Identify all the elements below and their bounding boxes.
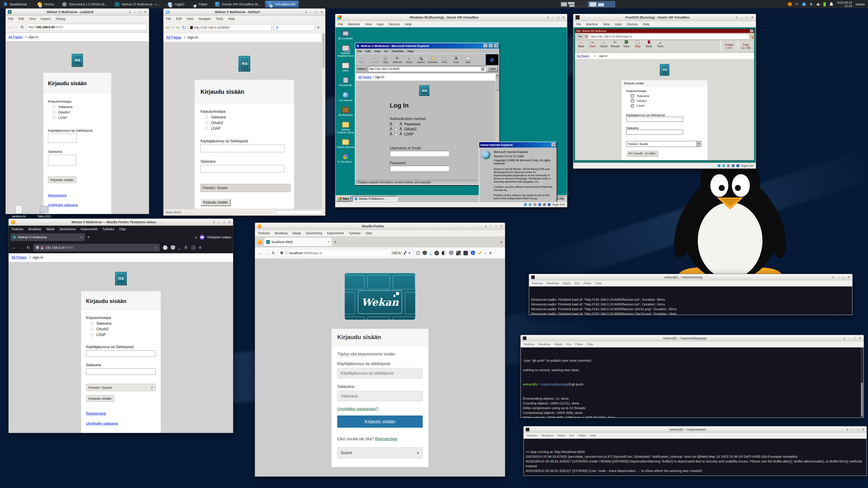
page-info-icon[interactable]	[285, 252, 287, 255]
firefox-titlebar[interactable]: Mozilla Firefox ∧‒□✕	[255, 223, 505, 230]
vbox-titlebar[interactable]: Windows 95 [Running] - Oracle VM Virtual…	[335, 14, 567, 21]
dillo-save-button[interactable]: Save	[621, 40, 632, 52]
dillo-home-button[interactable]: ⌂Home	[598, 40, 610, 52]
radio-icon[interactable]	[205, 116, 208, 119]
extension-s-icon[interactable]: S	[184, 246, 188, 250]
win95-icon-recycle-bin[interactable]: Recycle Bin	[337, 77, 354, 87]
menu-item[interactable]: Devices	[627, 22, 638, 26]
address-input[interactable]: http://192.168.0.20:8000/ ▼	[368, 66, 486, 72]
desktop-icon-taltio[interactable]: Taltio (512	[32, 205, 57, 218]
username-input[interactable]	[626, 117, 683, 122]
menu-item[interactable]: Näytä	[563, 282, 570, 285]
maximize-icon[interactable]: ∧	[485, 224, 487, 228]
radio-option-oauth2[interactable]: OAuth2	[91, 327, 156, 331]
reload-icon[interactable]: ↻	[182, 25, 186, 30]
terminal-titlebar[interactable]: wekan@z: ~/repos/wekan ∧‒□✕	[524, 426, 867, 433]
menu-item[interactable]: Ohje	[590, 434, 596, 437]
menu-item[interactable]: View	[29, 17, 36, 21]
forward-icon[interactable]: →	[14, 25, 18, 29]
menu-item[interactable]: Muokkaa	[541, 434, 553, 437]
links-button[interactable]: Links	[487, 66, 498, 71]
radio-icon[interactable]	[395, 128, 397, 131]
username-input[interactable]	[390, 151, 449, 156]
restore-icon[interactable]: □	[495, 224, 497, 228]
menu-item[interactable]: Ohje	[587, 343, 593, 346]
url-bar[interactable]: http://192.168.0.20:8000/	[188, 24, 272, 31]
maximize-icon[interactable]: ∧	[305, 10, 307, 14]
radio-icon[interactable]	[91, 333, 94, 336]
win95-icon-network-neighborhood[interactable]: Network Neighborhood	[337, 45, 354, 57]
forward-icon[interactable]: →	[265, 251, 269, 256]
minimize-icon[interactable]: ‒	[852, 428, 854, 431]
minimize-icon[interactable]: ‒	[490, 224, 492, 228]
ie-favorites-button[interactable]: Favorites	[427, 56, 438, 64]
extension-mask-icon[interactable]	[442, 251, 446, 255]
clock[interactable]: 2023-05-10 22:53	[837, 1, 852, 8]
username-input[interactable]	[337, 368, 423, 379]
menu-item[interactable]: Näytä	[555, 343, 562, 346]
menu-item[interactable]: Ohje	[119, 227, 126, 231]
extension-s-icon[interactable]: S	[434, 251, 439, 255]
back-icon[interactable]: ⇦	[166, 25, 170, 31]
radio-option-password[interactable]: Salasana	[631, 94, 703, 98]
menu-item[interactable]: Go	[384, 50, 388, 53]
applications-menu[interactable]: Sovellukset ⋮	[0, 0, 34, 8]
restore-icon[interactable]: □	[746, 15, 748, 19]
win95-icon-my-briefcase[interactable]: My Briefcase	[337, 107, 354, 116]
password-input[interactable]	[48, 155, 76, 166]
language-select[interactable]: Finnish / Suomi	[200, 184, 290, 192]
minimize-icon[interactable]: ‒	[134, 10, 136, 14]
minimize-icon[interactable]: ‒	[741, 15, 743, 19]
restore-icon[interactable]: □	[842, 275, 844, 279]
volume-tray-icon[interactable]: ◀)	[816, 2, 820, 6]
dillo-forward-button[interactable]: ⇨Forw	[587, 40, 598, 52]
terminal-output[interactable]: => App running at: http://localhost:4000…	[524, 439, 866, 476]
menu-item[interactable]: Favorites	[392, 50, 404, 53]
register-link[interactable]: Rekisteröidy	[375, 437, 397, 441]
register-link[interactable]: Rekisteröinti	[48, 193, 67, 197]
scrollbar-thumb[interactable]	[495, 77, 499, 91]
radio-option-ldap[interactable]: LDAP	[205, 127, 288, 131]
signin-button[interactable]: Kirjaudu sisään	[86, 395, 114, 402]
menu-hamburger-icon[interactable]: ≡	[317, 25, 320, 30]
close-icon[interactable]: ✕	[847, 275, 850, 279]
signin-button[interactable]: Kirjaudu sisään	[200, 199, 230, 206]
menu-item[interactable]: View	[365, 22, 372, 26]
menu-item[interactable]: Etsi	[575, 282, 580, 285]
radio-option-ldap[interactable]: LDAP	[631, 104, 703, 107]
extension-fingerprint-icon[interactable]	[416, 251, 420, 255]
radio-option-password[interactable]: ÂÂPassword	[390, 122, 499, 126]
menu-item[interactable]: Machine	[586, 22, 598, 26]
dialog-titlebar[interactable]: About Internet Explorer ×	[479, 142, 557, 148]
menu-item[interactable]: Tiedosto	[523, 343, 534, 346]
radio-option-ldap[interactable]: LDAP	[91, 333, 156, 337]
menu-item[interactable]: Edit	[366, 50, 370, 53]
language-select[interactable]: Finnish / Suomi ▼	[626, 141, 701, 147]
radio-icon[interactable]	[631, 99, 634, 103]
language-select[interactable]: Finnish / Suomi ∨	[86, 384, 156, 391]
back-icon[interactable]: ←	[8, 25, 12, 29]
reload-icon[interactable]: ↻	[21, 25, 24, 30]
menu-item[interactable]: Näytä	[46, 227, 55, 231]
ie-stop-button[interactable]: ×Stop	[380, 56, 392, 64]
extension-shield-icon[interactable]	[423, 251, 427, 255]
terminal-titlebar[interactable]: wekan@z: ~/repos/serenity ∧‒□✕	[529, 274, 852, 281]
taskbar-item-terminal[interactable]: 5 Pääte	[189, 1, 211, 8]
password-input[interactable]	[626, 130, 683, 135]
tab-wekan[interactable]: W WeKan ® Multiverse ×	[10, 233, 85, 241]
radio-option-password[interactable]: Salasana	[91, 322, 156, 326]
radio-option-password[interactable]: Salasana	[53, 105, 107, 109]
ie-titlebar[interactable]: e WeKan ® Multiverse - Microsoft Interne…	[355, 43, 499, 48]
menu-item[interactable]: Tiedosto	[258, 231, 270, 235]
menu-item[interactable]: View	[603, 22, 610, 26]
maximize-icon[interactable]: ∧	[129, 10, 131, 14]
close-icon[interactable]: ✕	[859, 336, 862, 340]
firefox-titlebar[interactable]: WeKan ® Multiverse — Mozilla Firefox Yks…	[8, 219, 233, 226]
restore-icon[interactable]: □	[557, 15, 559, 19]
register-link[interactable]: Rekisteröinti	[86, 412, 106, 416]
ie-search-button[interactable]: Search	[415, 56, 427, 64]
battery-tray-icon[interactable]	[824, 2, 826, 6]
menu-item[interactable]: Muokkaa	[547, 282, 559, 285]
menu-item[interactable]: Ohje	[595, 282, 601, 285]
menu-item[interactable]: Ohje	[366, 231, 372, 235]
